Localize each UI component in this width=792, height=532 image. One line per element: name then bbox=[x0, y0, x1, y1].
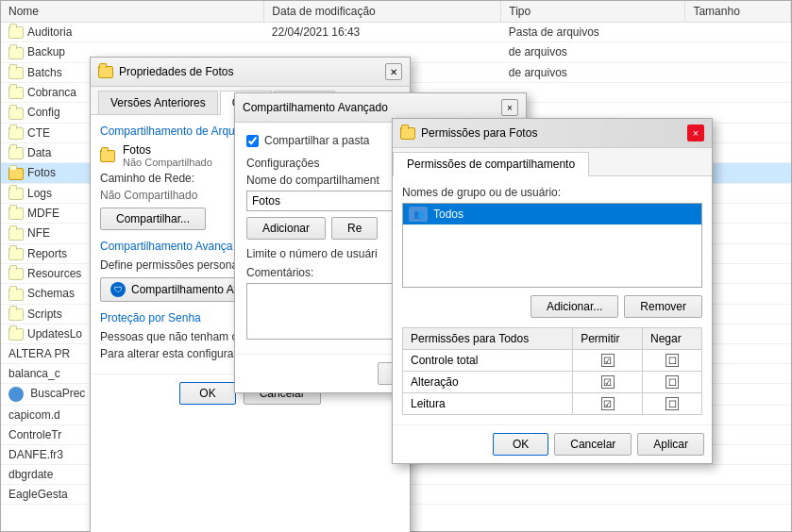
perm-tab-bar: Permissões de compartilhamento bbox=[393, 148, 712, 176]
add-button[interactable]: Adicionar bbox=[246, 217, 326, 240]
perm-full-deny-checkbox[interactable]: ☐ bbox=[666, 354, 679, 367]
share-folder-icon bbox=[100, 150, 115, 162]
tab-versoes[interactable]: Versões Anteriores bbox=[98, 91, 218, 114]
permissions-table: Permissões para Todos Permitir Negar Con… bbox=[402, 327, 702, 415]
prop-dialog-titlebar: Propriedades de Fotos ✕ bbox=[91, 58, 410, 87]
perm-title: Permissões para Fotos bbox=[400, 126, 537, 140]
perm-full-permit-checkbox[interactable]: ☑ bbox=[601, 354, 615, 367]
perm-change-deny-checkbox[interactable]: ☐ bbox=[666, 375, 679, 389]
perm-change-permit-checkbox[interactable]: ☑ bbox=[601, 375, 615, 389]
share-checkbox-label[interactable]: Compartilhar a pasta bbox=[264, 134, 369, 147]
perm-name-change: Alteração bbox=[403, 372, 573, 393]
folder-name: Fotos bbox=[123, 143, 212, 157]
perm-row-read: Leitura ☑ ☐ bbox=[403, 393, 702, 415]
user-item[interactable]: 👥 Todos bbox=[403, 204, 701, 224]
user-name: Todos bbox=[433, 208, 463, 221]
folder-icon bbox=[98, 66, 113, 78]
perm-folder-icon bbox=[400, 127, 415, 140]
perm-name-full: Controle total bbox=[403, 350, 573, 372]
perm-title-text: Permissões para Fotos bbox=[421, 126, 537, 140]
user-list: 👥 Todos bbox=[402, 203, 702, 288]
col-type[interactable]: Tipo bbox=[501, 1, 685, 23]
perm-col-name: Permissões para Todos bbox=[403, 328, 573, 350]
share-button[interactable]: Compartilhar... bbox=[100, 208, 206, 230]
perm-apply-button[interactable]: Aplicar bbox=[637, 433, 704, 456]
perm-read-deny-checkbox[interactable]: ☐ bbox=[666, 397, 679, 410]
user-add-remove-row: Adicionar... Remover bbox=[402, 295, 702, 318]
prop-dialog-title-text: Propriedades de Fotos bbox=[119, 65, 233, 78]
col-name[interactable]: Nome bbox=[1, 1, 264, 23]
group-label: Nomes de grupo ou de usuário: bbox=[402, 186, 702, 199]
perm-row-change: Alteração ☑ ☐ bbox=[403, 372, 702, 393]
prop-ok-button[interactable]: OK bbox=[179, 382, 235, 405]
col-date[interactable]: Data de modificação bbox=[264, 1, 501, 23]
adv-title: Compartilhamento Avançado bbox=[243, 101, 388, 114]
perm-col-deny: Negar bbox=[643, 328, 702, 350]
user-icon: 👥 bbox=[409, 207, 428, 222]
perm-content: Nomes de grupo ou de usuário: 👥 Todos Ad… bbox=[393, 176, 712, 424]
perm-row-full: Controle total ☑ ☐ bbox=[403, 350, 702, 372]
prop-close-button[interactable]: ✕ bbox=[385, 63, 402, 80]
remove-button[interactable]: Re bbox=[331, 217, 378, 240]
shield-icon: 🛡 bbox=[110, 282, 126, 297]
perm-read-permit-checkbox[interactable]: ☑ bbox=[601, 397, 615, 410]
remove-user-button[interactable]: Remover bbox=[624, 295, 702, 318]
prop-dialog-title: Propriedades de Fotos bbox=[98, 65, 233, 78]
perm-close-button[interactable]: × bbox=[687, 125, 704, 141]
table-row[interactable]: Auditoria 22/04/2021 16:43 Pasta de arqu… bbox=[1, 23, 791, 42]
perm-dialog: Permissões para Fotos × Permissões de co… bbox=[392, 118, 713, 464]
perm-ok-button[interactable]: OK bbox=[493, 433, 548, 456]
adv-close-button[interactable]: × bbox=[501, 99, 518, 116]
share-checkbox[interactable] bbox=[246, 135, 259, 147]
perm-tab-sharing[interactable]: Permissões de compartilhamento bbox=[393, 152, 589, 176]
col-size[interactable]: Tamanho bbox=[685, 1, 791, 23]
perm-col-permit: Permitir bbox=[573, 328, 643, 350]
perm-footer: OK Cancelar Aplicar bbox=[393, 424, 712, 463]
perm-titlebar: Permissões para Fotos × bbox=[393, 119, 712, 148]
folder-status: Não Compartilhado bbox=[123, 157, 212, 168]
perm-name-read: Leitura bbox=[403, 393, 573, 415]
add-user-button[interactable]: Adicionar... bbox=[531, 295, 618, 318]
perm-cancel-button[interactable]: Cancelar bbox=[554, 433, 632, 456]
adv-title-text: Compartilhamento Avançado bbox=[243, 101, 388, 114]
